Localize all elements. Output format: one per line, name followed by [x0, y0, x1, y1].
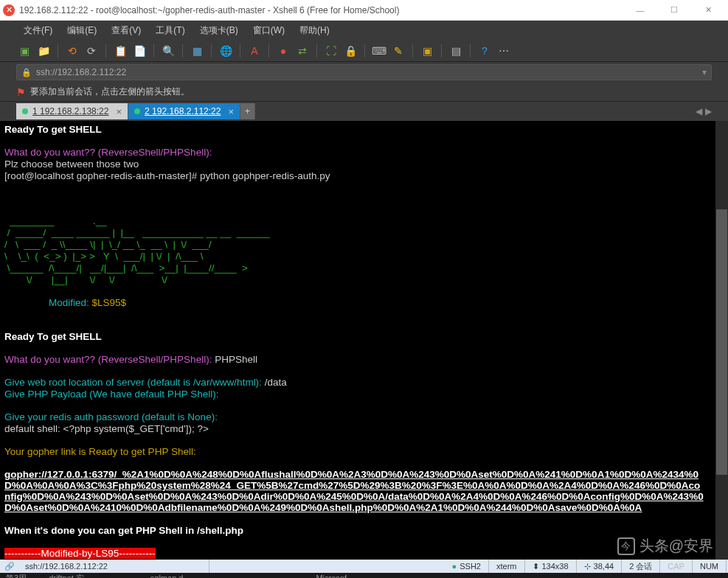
prev-tab-icon[interactable]: ◀ [696, 106, 702, 116]
ascii-art: \______ /\____/| __/|___| /\___ >__| |__… [4, 262, 251, 274]
flag-icon: ⚑ [16, 86, 26, 98]
term-line: Give PHP Payload (We have default PHP Sh… [4, 389, 221, 400]
menu-view[interactable]: 查看(V) [104, 24, 148, 37]
address-input[interactable]: 🔒 ssh://192.168.2.112:22 ▾ [16, 64, 712, 80]
minimize-button[interactable]: — [623, 0, 657, 21]
term-line: Modified: [4, 297, 92, 308]
paste-icon[interactable]: 📄 [131, 43, 148, 59]
ascii-art: \ \_\ ( <_> ) |_> > Y \ ___/| | \/ | /\_… [4, 251, 209, 262]
separator [316, 44, 317, 58]
terminal[interactable]: Ready To get SHELL What do you want?? (R… [0, 121, 715, 560]
disconnect-icon[interactable]: ⟳ [83, 43, 100, 59]
hint-text: 要添加当前会话，点击左侧的箭头按钮。 [30, 86, 190, 98]
window-title: 192.168.2.112:22 - root@localhost:~/goph… [19, 5, 623, 15]
address-text: ssh://192.168.2.112:22 [36, 67, 126, 77]
fullscreen-icon[interactable]: ⛶ [323, 43, 339, 59]
ascii-art: / _____/ ____ ______ | |__ ___________ _… [4, 227, 273, 238]
ascii-art: \/ |__| \/ \/ \/ [4, 274, 173, 285]
help-icon[interactable]: ? [476, 43, 493, 59]
toolbar: ▣ 📁 ⟲ ⟳ 📋 📄 🔍 ▦ 🌐 A ● ⇄ ⛶ 🔒 ⌨ ✎ ▣ ▤ ? ⋯ [0, 40, 728, 62]
status-proto: ●SSH2 [445, 560, 489, 573]
taskbar-item[interactable]: driftnet 实 [49, 573, 84, 578]
ascii-art: / \ ___ / _ \\____ \| | \_/ __ \_ __ \ |… [4, 239, 214, 250]
globe-icon[interactable]: 🌐 [218, 43, 234, 59]
term-cmd: python gophper-redis-auth.py [200, 170, 330, 181]
term-input: /data [265, 377, 287, 388]
xftp-icon[interactable]: ⇄ [294, 43, 311, 59]
scrollbar[interactable] [715, 121, 728, 560]
term-line: Plz choose between those two [4, 159, 139, 170]
separator [58, 44, 58, 58]
separator [105, 44, 106, 58]
menu-file[interactable]: 文件(F) [16, 24, 60, 37]
term-line: Your gopher link is Ready to get PHP She… [4, 446, 196, 457]
new-tab-icon[interactable]: ▣ [419, 43, 435, 59]
tab-label: 2 192.168.2.112:22 [145, 106, 221, 116]
status-sessions: 2 会话 [622, 560, 660, 573]
lock-icon: 🔒 [21, 68, 32, 77]
status-num: NUM [693, 560, 727, 573]
open-icon[interactable]: 📁 [35, 43, 52, 59]
separator [182, 44, 183, 58]
terminal-wrapper: Ready To get SHELL What do you want?? (R… [0, 121, 728, 560]
record-icon[interactable]: ● [275, 43, 291, 59]
term-line: What do you want?? (ReverseShell/PHPShel… [4, 147, 215, 158]
tab-session-1[interactable]: 1 192.168.2.138:22 × [16, 103, 128, 119]
menu-edit[interactable]: 编辑(E) [60, 24, 104, 37]
separator [153, 44, 154, 58]
separator [268, 44, 269, 58]
term-input: PHPShell [215, 354, 257, 365]
gopher-link[interactable]: gopher://127.0.0.1:6379/_%2A1%0D%0A%248%… [4, 469, 705, 513]
scrollbar-thumb[interactable] [716, 209, 727, 475]
term-line: What do you want?? (ReverseShell/PHPShel… [4, 354, 215, 365]
status-address: ssh://192.168.2.112:22 [18, 560, 209, 573]
reconnect-icon[interactable]: ⟲ [64, 43, 80, 59]
term-prompt: [root@localhost gopher-redis-auth-master… [4, 170, 200, 181]
properties-icon[interactable]: ▦ [189, 43, 205, 59]
term-line: Ready To get SHELL [4, 331, 102, 342]
new-session-icon[interactable]: ▣ [16, 43, 32, 59]
menu-tabs[interactable]: 选项卡(B) [193, 24, 246, 37]
window-titlebar: ✕ 192.168.2.112:22 - root@localhost:~/go… [0, 0, 728, 21]
tab-bar: 1 192.168.2.138:22 × 2 192.168.2.112:22 … [0, 102, 728, 121]
separator [470, 44, 471, 58]
add-tab-button[interactable]: + [240, 103, 255, 119]
taskbar-item[interactable]: 第3周 [6, 573, 27, 578]
menu-window[interactable]: 窗口(W) [246, 24, 292, 37]
separator [240, 44, 240, 58]
term-line: Ready To get SHELL [4, 124, 102, 135]
term-line: -----------Modified-by-LS95----------- [4, 548, 156, 559]
taskbar-item[interactable]: Microsof [316, 574, 347, 578]
status-term-type: xterm [489, 560, 525, 573]
window-controls: — ☐ ✕ [623, 0, 725, 21]
keyboard-icon[interactable]: ⌨ [371, 43, 387, 59]
status-dot-icon [134, 108, 140, 114]
separator [441, 44, 442, 58]
maximize-button[interactable]: ☐ [657, 0, 691, 21]
close-tab-icon[interactable]: × [116, 106, 122, 117]
menu-help[interactable]: 帮助(H) [292, 24, 337, 37]
separator [211, 44, 212, 58]
menu-tools[interactable]: 工具(T) [148, 24, 192, 37]
copy-icon[interactable]: 📋 [112, 43, 128, 59]
close-button[interactable]: ✕ [691, 0, 725, 21]
dropdown-icon[interactable]: ▾ [702, 67, 707, 77]
app-icon: ✕ [3, 4, 15, 16]
close-tab-icon[interactable]: × [228, 106, 234, 117]
tab-label: 1 192.168.2.138:22 [32, 106, 108, 116]
font-icon[interactable]: A [246, 43, 263, 59]
taskbar: 第3周 driftnet 实 sqlmap d Microsof [0, 573, 728, 578]
more-icon[interactable]: ⋯ [496, 43, 512, 59]
search-icon[interactable]: 🔍 [160, 43, 176, 59]
next-tab-icon[interactable]: ▶ [705, 106, 712, 116]
link-icon: 🔗 [4, 562, 15, 571]
tile-icon[interactable]: ▤ [448, 43, 464, 59]
tab-session-2[interactable]: 2 192.168.2.112:22 × [128, 103, 240, 119]
highlight-icon[interactable]: ✎ [390, 43, 406, 59]
status-dot-icon [22, 108, 28, 114]
lock-icon[interactable]: 🔒 [342, 43, 358, 59]
taskbar-item[interactable]: sqlmap d [150, 574, 184, 578]
separator [412, 44, 413, 58]
status-cap: CAP [660, 560, 693, 573]
hint-bar: ⚑ 要添加当前会话，点击左侧的箭头按钮。 [0, 83, 728, 102]
